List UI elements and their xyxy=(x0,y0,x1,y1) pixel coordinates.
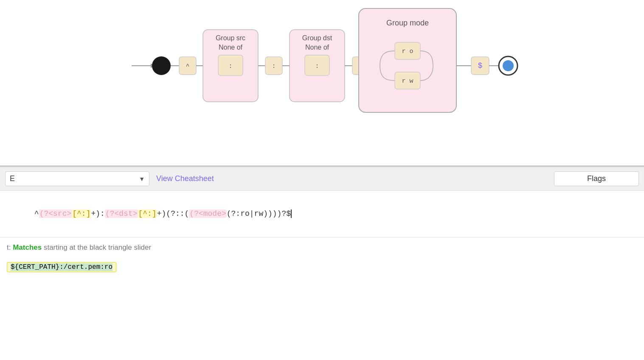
flags-button[interactable]: Flags xyxy=(554,171,639,186)
regex-part-dst-close: +) xyxy=(157,209,166,218)
flavor-label: E xyxy=(10,174,139,183)
group-dst-label: Group dst xyxy=(302,34,332,42)
regex-part-mode-alts: (?:ro|rw) xyxy=(227,209,268,218)
regex-part-src-close: +): xyxy=(91,209,104,218)
flavor-dropdown-arrow: ▼ xyxy=(139,176,145,182)
colon1-label: : xyxy=(272,63,276,70)
group-dst-colon: : xyxy=(315,63,319,70)
rw-label: r w xyxy=(402,78,413,85)
caret-node-label: ^ xyxy=(186,63,189,70)
regex-part-dst-open: (?<dst> xyxy=(105,209,138,218)
end-circle-inner xyxy=(503,60,514,71)
result-prefix: t: xyxy=(7,243,13,251)
regex-display[interactable]: ^(?<src>[^:]+):(?<dst>[^:]+)(?::((?<mode… xyxy=(7,197,637,231)
toolbar-row: E ▼ View Cheatsheet Flags xyxy=(0,167,644,191)
regex-part-opt-open: (?::( xyxy=(166,209,189,218)
regex-cursor xyxy=(291,209,292,218)
regex-part-src-open: (?<src> xyxy=(39,209,72,218)
regex-part-mode-close: )) xyxy=(268,209,277,218)
group-src-colon: : xyxy=(228,63,232,70)
group-src-label: Group src xyxy=(216,34,245,42)
diagram-section: ^ Group src None of : : Group dst None o… xyxy=(0,0,644,165)
match-example-text: ${CERT_PATH}:/cert.pem:ro xyxy=(7,262,116,272)
match-highlight-text: ${CERT_PATH}:/cert.pem:ro xyxy=(11,263,112,271)
regex-part-end: )?$ xyxy=(277,209,291,218)
dollar-label: $ xyxy=(478,61,483,70)
regex-input-row[interactable]: ^(?<src>[^:]+):(?<dst>[^:]+)(?::((?<mode… xyxy=(0,191,644,237)
match-example-row: ${CERT_PATH}:/cert.pem:ro xyxy=(0,258,644,276)
regex-part-caret: ^ xyxy=(34,209,39,218)
regex-part-mode-open: (?<mode> xyxy=(189,209,226,218)
start-circle[interactable] xyxy=(152,56,171,75)
view-cheatsheet-button[interactable]: View Cheatsheet xyxy=(156,174,214,183)
group-src-sublabel: None of xyxy=(219,44,243,51)
regex-part-dst-class: [^:] xyxy=(138,209,157,218)
group-dst-sublabel: None of xyxy=(305,44,329,51)
group-mode-label: Group mode xyxy=(386,19,429,27)
bottom-panel: E ▼ View Cheatsheet Flags ^(?<src>[^:]+)… xyxy=(0,167,644,276)
result-row: t: Matches starting at the black triangl… xyxy=(0,237,644,258)
flavor-select[interactable]: E ▼ xyxy=(5,171,149,186)
result-suffix: starting at the black triangle slider xyxy=(42,243,151,251)
result-matches-word: Matches xyxy=(13,243,42,251)
diagram-svg: ^ Group src None of : : Group dst None o… xyxy=(0,0,644,165)
ro-label: r o xyxy=(402,48,413,55)
regex-part-src-class: [^:] xyxy=(72,209,91,218)
